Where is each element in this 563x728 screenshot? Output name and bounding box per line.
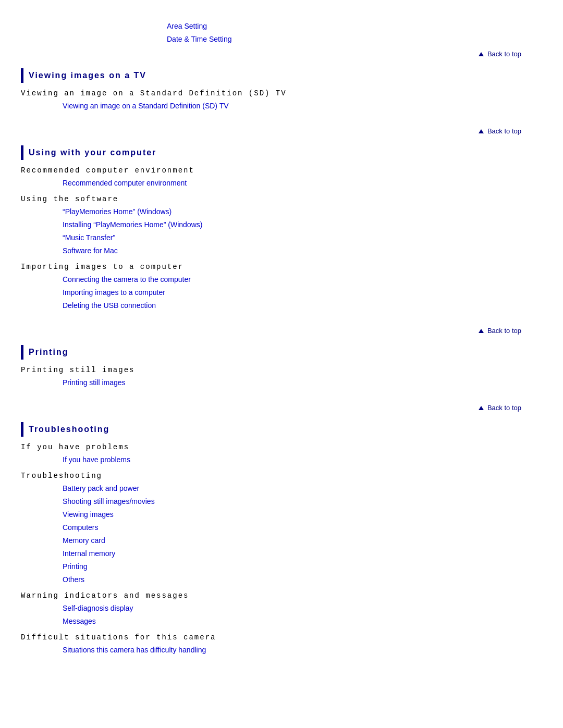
section-title-troubleshooting: Troubleshooting (29, 425, 109, 434)
subsection-header-printing-still: Printing still images (21, 366, 542, 374)
section-bar-using-computer (21, 145, 23, 160)
triangle-up-icon-2 (479, 329, 484, 333)
back-to-top-label-0: Back to top (487, 50, 521, 58)
back-to-top-label-1: Back to top (487, 127, 521, 135)
back-to-top-label-3: Back to top (487, 404, 521, 412)
subsection-recommended-env: Recommended computer environment Recomme… (21, 166, 542, 189)
subsection-troubleshooting-list: Troubleshooting Battery pack and power S… (21, 472, 542, 585)
subsection-header-warning-indicators: Warning indicators and messages (21, 591, 542, 600)
subsection-difficult-situations: Difficult situations for this camera Sit… (21, 633, 542, 656)
section-bar-troubleshooting (21, 422, 23, 437)
link-if-you-have-problems[interactable]: If you have problems (21, 454, 542, 465)
date-time-setting-link[interactable]: Date & Time Setting (167, 34, 542, 45)
back-to-top-row-2: Back to top (21, 327, 542, 335)
link-memory-card[interactable]: Memory card (21, 535, 542, 546)
link-viewing-images[interactable]: Viewing images (21, 509, 542, 520)
subsection-if-problems: If you have problems If you have problem… (21, 443, 542, 465)
link-battery-pack-power[interactable]: Battery pack and power (21, 483, 542, 494)
subsection-header-if-problems: If you have problems (21, 443, 542, 451)
section-header-using-computer: Using with your computer (21, 145, 542, 160)
area-setting-link[interactable]: Area Setting (167, 21, 542, 32)
section-viewing-tv: Viewing images on a TV Viewing an image … (21, 68, 542, 112)
subsection-header-troubleshooting-list: Troubleshooting (21, 472, 542, 480)
link-deleting-usb-connection[interactable]: Deleting the USB connection (21, 300, 542, 311)
section-bar-viewing-tv (21, 68, 23, 83)
link-messages[interactable]: Messages (21, 616, 542, 627)
subsection-standard-def-tv: Viewing an image on a Standard Definitio… (21, 89, 542, 112)
back-to-top-link-2[interactable]: Back to top (479, 327, 521, 335)
section-title-viewing-tv: Viewing images on a TV (29, 71, 146, 80)
back-to-top-link-3[interactable]: Back to top (479, 404, 521, 412)
link-connecting-camera-computer[interactable]: Connecting the camera to the computer (21, 274, 542, 285)
triangle-up-icon-3 (479, 406, 484, 410)
section-title-printing: Printing (29, 348, 68, 357)
link-shooting-still-images-movies[interactable]: Shooting still images/movies (21, 496, 542, 507)
link-viewing-sd-tv[interactable]: Viewing an image on a Standard Definitio… (21, 101, 542, 112)
triangle-up-icon-0 (479, 52, 484, 56)
back-to-top-row-1: Back to top (21, 127, 542, 135)
page-container: Area Setting Date & Time Setting Back to… (0, 10, 563, 682)
back-to-top-label-2: Back to top (487, 327, 521, 335)
section-bar-printing (21, 345, 23, 360)
section-using-computer: Using with your computer Recommended com… (21, 145, 542, 311)
link-music-transfer[interactable]: “Music Transfer” (21, 232, 542, 243)
back-to-top-link-1[interactable]: Back to top (479, 127, 521, 135)
section-troubleshooting: Troubleshooting If you have problems If … (21, 422, 542, 656)
link-recommended-env[interactable]: Recommended computer environment (21, 178, 542, 189)
section-header-printing: Printing (21, 345, 542, 360)
subsection-header-using-software: Using the software (21, 195, 542, 203)
link-importing-images-computer[interactable]: Importing images to a computer (21, 287, 542, 298)
subsection-printing-still: Printing still images Printing still ima… (21, 366, 542, 388)
section-header-viewing-tv: Viewing images on a TV (21, 68, 542, 83)
top-links-section: Area Setting Date & Time Setting (21, 21, 542, 45)
link-software-for-mac[interactable]: Software for Mac (21, 245, 542, 256)
subsection-header-importing-images: Importing images to a computer (21, 263, 542, 271)
back-to-top-row-3: Back to top (21, 404, 542, 412)
link-self-diagnosis-display[interactable]: Self-diagnosis display (21, 603, 542, 614)
link-situations-difficulty-handling[interactable]: Situations this camera has difficulty ha… (21, 645, 542, 656)
link-playmemories-home-windows[interactable]: “PlayMemories Home” (Windows) (21, 206, 542, 217)
subsection-importing-images: Importing images to a computer Connectin… (21, 263, 542, 311)
subsection-warning-indicators: Warning indicators and messages Self-dia… (21, 591, 542, 627)
section-header-troubleshooting: Troubleshooting (21, 422, 542, 437)
subsection-using-software: Using the software “PlayMemories Home” (… (21, 195, 542, 256)
back-to-top-link-0[interactable]: Back to top (479, 50, 521, 58)
link-printing-troubleshoot[interactable]: Printing (21, 561, 542, 572)
link-printing-still-images[interactable]: Printing still images (21, 377, 542, 388)
link-installing-playmemories-windows[interactable]: Installing “PlayMemories Home” (Windows) (21, 219, 542, 230)
section-printing: Printing Printing still images Printing … (21, 345, 542, 388)
subsection-header-difficult-situations: Difficult situations for this camera (21, 633, 542, 641)
back-to-top-row-0: Back to top (21, 50, 542, 58)
section-title-using-computer: Using with your computer (29, 148, 156, 157)
link-internal-memory[interactable]: Internal memory (21, 548, 542, 559)
link-others[interactable]: Others (21, 574, 542, 585)
subsection-header-recommended-env: Recommended computer environment (21, 166, 542, 175)
subsection-header-standard-def-tv: Viewing an image on a Standard Definitio… (21, 89, 542, 97)
triangle-up-icon-1 (479, 129, 484, 133)
link-computers[interactable]: Computers (21, 522, 542, 533)
